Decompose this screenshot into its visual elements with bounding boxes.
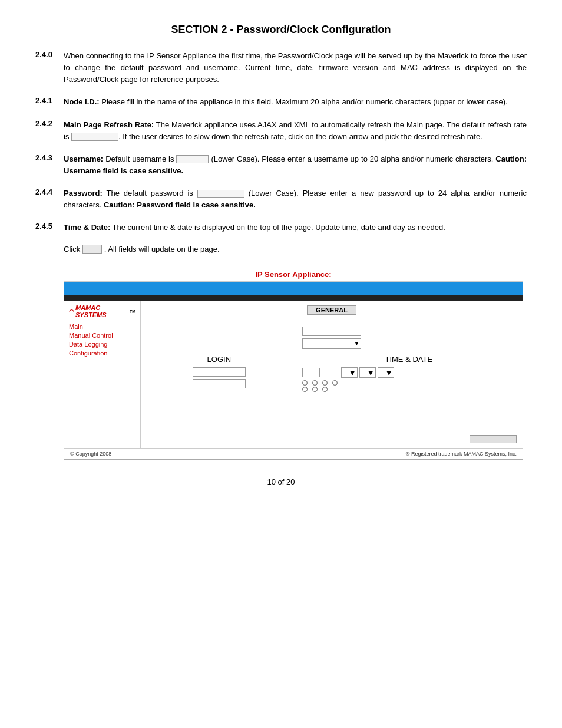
c-icon: ◠	[69, 308, 74, 315]
password-box	[197, 190, 244, 198]
paragraph-242: 2.4.2 Main Page Refresh Rate: The Maveri…	[35, 119, 527, 143]
ampm-arrow-icon: ▼	[349, 368, 356, 377]
time-inputs-row: ▼ ▼ ▼	[302, 367, 515, 378]
para-label-244: Password:	[64, 189, 103, 197]
password-input[interactable]	[193, 379, 246, 388]
footer-copyright: © Copyright 2008	[70, 451, 111, 457]
sidebar-item-main[interactable]: Main	[69, 323, 135, 330]
general-section-label: GENERAL	[148, 305, 515, 315]
refresh-rate-select[interactable]: ▼	[302, 338, 361, 349]
page-title: SECTION 2 - Password/Clock Configuration	[35, 24, 527, 36]
sidebar-item-configuration[interactable]: Configuration	[69, 350, 135, 357]
ui-footer: © Copyright 2008 ® Registered trademark …	[64, 448, 523, 459]
username-input[interactable]	[193, 367, 246, 377]
paragraph-243: 2.4.3 Username: Default username is (Low…	[35, 153, 527, 177]
time-ampm-select[interactable]: ▼	[341, 367, 358, 378]
ui-sidebar: ◠ MAMAC SYSTEMS TM Main Manual Control D…	[64, 301, 141, 448]
radio-circle-3[interactable]	[322, 380, 328, 386]
radio-5	[302, 387, 308, 392]
ui-black-bar	[64, 295, 523, 301]
general-section: ▼	[148, 321, 515, 349]
radio-4	[332, 380, 338, 386]
paragraph-244: 2.4.4 Password: The default password is …	[35, 187, 527, 211]
day-arrow-icon: ▼	[385, 368, 393, 377]
page-number: 10 of 20	[35, 477, 527, 486]
sidebar-logo: ◠ MAMAC SYSTEMS TM	[69, 304, 135, 318]
radio-2	[312, 380, 318, 386]
para-num-244: 2.4.4	[35, 187, 57, 196]
day-select[interactable]: ▼	[378, 367, 394, 378]
update-button[interactable]	[470, 435, 517, 443]
refresh-rate-box	[71, 133, 118, 141]
username-box	[176, 155, 209, 163]
submit-button[interactable]	[82, 245, 102, 254]
para-text-240: When connecting to the IP Sensor Applian…	[64, 50, 527, 85]
radio-6	[312, 387, 318, 392]
radio-circle-1[interactable]	[302, 380, 308, 386]
login-label: LOGIN	[148, 355, 290, 364]
month-arrow-icon: ▼	[367, 368, 375, 377]
radio-7	[322, 387, 328, 392]
brand-name: MAMAC SYSTEMS	[75, 304, 128, 318]
month-select[interactable]: ▼	[359, 367, 376, 378]
select-arrow-icon: ▼	[354, 341, 359, 347]
radio-circle-6[interactable]	[312, 387, 318, 392]
general-label: GENERAL	[307, 305, 356, 315]
radio-circle-2[interactable]	[312, 380, 318, 386]
paragraph-240: 2.4.0 When connecting to the IP Sensor A…	[35, 50, 527, 85]
ui-title: IP Sensor Appliance:	[255, 270, 331, 279]
para-num-243: 2.4.3	[35, 153, 57, 162]
para-label-242: Main Page Refresh Rate:	[64, 120, 154, 129]
time-min-input[interactable]	[322, 368, 339, 377]
ui-screenshot: IP Sensor Appliance: ◠ MAMAC SYSTEMS TM …	[64, 265, 523, 460]
click-suffix: . All fields will update on the page.	[104, 245, 220, 253]
para-text-244: Password: The default password is (Lower…	[64, 187, 527, 211]
para-label-241: Node I.D.:	[64, 97, 100, 106]
login-inputs	[148, 367, 290, 388]
paragraph-245: 2.4.5 Time & Date: The current time & da…	[35, 222, 527, 233]
ui-main-content: GENERAL ▼ LOGIN	[141, 301, 523, 448]
radio-row-1	[302, 380, 515, 386]
time-date-label: TIME & DATE	[302, 355, 515, 364]
para-text-245: Time & Date: The current time & date is …	[64, 222, 445, 233]
password-caution: Caution: Password field is case sensitiv…	[104, 200, 256, 209]
ui-blue-bar	[64, 282, 523, 295]
para-num-245: 2.4.5	[35, 222, 57, 230]
para-label-243: Username:	[64, 154, 103, 163]
time-hour-input[interactable]	[302, 368, 320, 377]
radio-row-2	[302, 387, 515, 392]
time-date-section: TIME & DATE ▼ ▼ ▼	[302, 355, 515, 392]
para-num-240: 2.4.0	[35, 50, 57, 59]
paragraph-241: 2.4.1 Node I.D.: Please fill in the name…	[35, 96, 527, 108]
para-label-245: Time & Date:	[64, 223, 110, 232]
sidebar-item-data-logging[interactable]: Data Logging	[69, 341, 135, 348]
click-instruction: Click . All fields will update on the pa…	[64, 245, 527, 255]
click-word: Click	[64, 245, 80, 253]
login-section: LOGIN	[148, 355, 290, 392]
footer-trademark: ® Registered trademark MAMAC Systems, In…	[406, 451, 517, 457]
para-text-243: Username: Default username is (Lower Cas…	[64, 153, 527, 177]
radio-circle-5[interactable]	[302, 387, 308, 392]
login-label-btn: LOGIN	[207, 355, 231, 364]
ui-content: ◠ MAMAC SYSTEMS TM Main Manual Control D…	[64, 301, 523, 448]
radio-circle-7[interactable]	[322, 387, 328, 392]
node-id-input[interactable]	[302, 327, 361, 336]
para-num-241: 2.4.1	[35, 96, 57, 105]
trademark-symbol: TM	[130, 309, 135, 314]
ui-title-bar: IP Sensor Appliance:	[64, 265, 523, 282]
radio-circle-4[interactable]	[332, 380, 338, 386]
para-text-242: Main Page Refresh Rate: The Maverick app…	[64, 119, 527, 143]
time-date-label-btn: TIME & DATE	[385, 355, 432, 364]
radio-3	[322, 380, 328, 386]
para-text-241: Node I.D.: Please fill in the name of th…	[64, 96, 508, 108]
para-num-242: 2.4.2	[35, 119, 57, 128]
radio-1	[302, 380, 308, 386]
bottom-section: LOGIN TIME & DATE	[148, 355, 515, 392]
sidebar-item-manual-control[interactable]: Manual Control	[69, 332, 135, 339]
